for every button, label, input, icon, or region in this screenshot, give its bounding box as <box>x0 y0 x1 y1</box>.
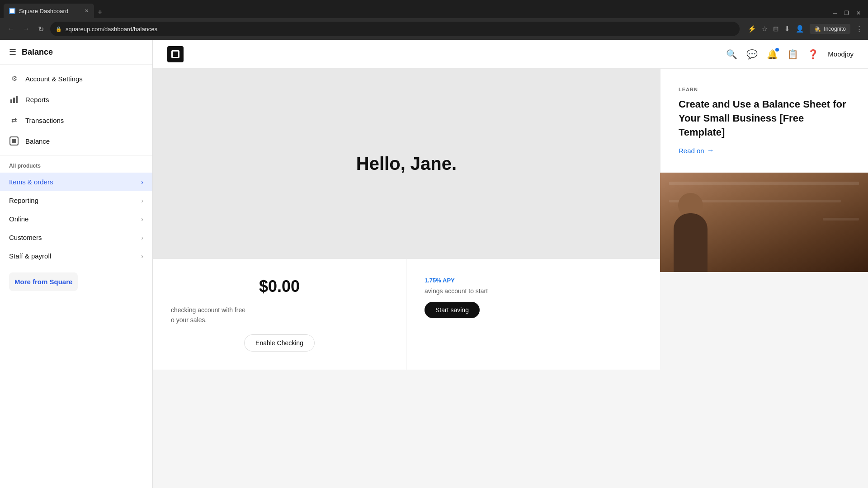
sidebar-item-account-settings[interactable]: ⚙ Account & Settings <box>0 68 152 89</box>
product-item-label: Online <box>9 215 28 223</box>
sidebar-item-transactions[interactable]: ⇄ Transactions <box>0 110 152 131</box>
sidebar-nav: ⚙ Account & Settings Reports ⇄ Transacti… <box>0 65 152 155</box>
sidebar-item-staff-payroll[interactable]: Staff & payroll › <box>0 247 152 265</box>
menu-icon[interactable]: ⋮ <box>856 25 863 33</box>
download-icon[interactable]: ⬇ <box>784 25 790 33</box>
top-nav: 🔍 💬 🔔 📋 ❓ Moodjoy <box>153 40 868 69</box>
svg-rect-0 <box>10 9 14 13</box>
chevron-right-icon: › <box>141 253 143 260</box>
hero-section: Hello, Jane. <box>153 69 660 258</box>
sidebar-item-label: Account & Settings <box>25 75 83 83</box>
help-icon[interactable]: ❓ <box>807 49 819 60</box>
read-on-link[interactable]: Read on → <box>679 146 850 155</box>
tab-close-button[interactable]: ✕ <box>85 8 89 14</box>
svg-rect-3 <box>16 96 18 103</box>
restore-button[interactable]: ❐ <box>844 10 849 16</box>
profile-icon[interactable]: 👤 <box>796 25 804 33</box>
balance-icon <box>9 136 19 146</box>
clipboard-icon[interactable]: 📋 <box>787 49 798 60</box>
main-content: Hello, Jane. $0.00 checking account with… <box>153 69 660 488</box>
all-products-label: All products <box>0 155 152 173</box>
sidebar-title: Balance <box>22 47 53 57</box>
app-layout: ☰ Balance ⚙ Account & Settings Reports <box>0 40 868 488</box>
chevron-right-icon: › <box>141 216 143 223</box>
sidebar-item-online[interactable]: Online › <box>0 210 152 228</box>
svg-rect-1 <box>10 99 12 103</box>
product-item-label: Items & orders <box>9 178 53 186</box>
learn-card: LEARN Create and Use a Balance Sheet for… <box>660 69 868 173</box>
transactions-icon: ⇄ <box>9 115 19 125</box>
incognito-icon: 🕵 <box>814 26 821 32</box>
chevron-right-icon: › <box>141 234 143 241</box>
product-item-label: Reporting <box>9 197 38 204</box>
toolbar-icons: ⚡ ☆ ⊟ ⬇ 👤 🕵 Incognito ⋮ <box>748 24 863 34</box>
main-body: Hello, Jane. $0.00 checking account with… <box>153 69 868 488</box>
back-button[interactable]: ← <box>5 23 16 35</box>
notification-dot <box>775 48 779 52</box>
sidebar-item-label: Reports <box>25 96 49 103</box>
video-thumbnail[interactable] <box>660 173 868 272</box>
incognito-label: Incognito <box>824 26 846 32</box>
chevron-right-icon: › <box>141 197 143 204</box>
sidebar-item-customers[interactable]: Customers › <box>0 228 152 247</box>
sidebar-item-items-orders[interactable]: Items & orders › <box>0 173 152 191</box>
sidebar-item-label: Transactions <box>25 117 64 124</box>
chevron-right-icon: › <box>141 178 143 186</box>
savings-section: 1.75% APY avings account to start Start … <box>406 258 660 370</box>
product-item-label: Customers <box>9 234 42 241</box>
svg-rect-5 <box>12 139 16 143</box>
reload-button[interactable]: ↻ <box>36 23 46 35</box>
address-bar[interactable]: 🔒 squareup.com/dashboard/balances <box>50 22 740 36</box>
tab-title: Square Dashboard <box>19 8 68 14</box>
square-logo-icon <box>167 46 184 62</box>
main-area: 🔍 💬 🔔 📋 ❓ Moodjoy Hello, Jane. <box>153 40 868 488</box>
gear-icon: ⚙ <box>9 74 19 84</box>
start-saving-button[interactable]: Start saving <box>425 302 480 318</box>
greeting-text: Hello, Jane. <box>356 154 457 174</box>
window-controls: ─ ❐ ✕ <box>833 10 864 18</box>
chat-icon[interactable]: 💬 <box>746 49 758 60</box>
more-from-square-button[interactable]: More from Square <box>9 272 78 291</box>
sidebar-toggle-icon[interactable]: ⊟ <box>773 25 779 33</box>
sidebar-item-balance[interactable]: Balance <box>0 131 152 151</box>
sidebar-item-reports[interactable]: Reports <box>0 89 152 110</box>
balance-desc-text2: o your sales. <box>171 316 207 324</box>
balance-desc-text: checking account with free <box>171 306 245 314</box>
sidebar-header: ☰ Balance <box>0 40 152 65</box>
top-nav-icons: 🔍 💬 🔔 📋 ❓ Moodjoy <box>726 49 854 60</box>
url-text: squareup.com/dashboard/balances <box>66 26 157 33</box>
savings-description: avings account to start <box>425 287 642 295</box>
balance-section: $0.00 checking account with free o your … <box>153 258 406 370</box>
bar-chart-icon <box>9 94 19 104</box>
forward-button[interactable]: → <box>21 23 32 35</box>
bookmark-star-icon[interactable]: ☆ <box>762 25 768 33</box>
tab-favicon <box>9 8 15 14</box>
notification-icon[interactable]: 🔔 <box>767 49 778 60</box>
minimize-button[interactable]: ─ <box>833 10 837 16</box>
sidebar: ☰ Balance ⚙ Account & Settings Reports <box>0 40 153 488</box>
extension-icon[interactable]: ⚡ <box>748 25 756 33</box>
apy-badge: 1.75% APY <box>425 277 642 284</box>
square-logo[interactable] <box>167 46 184 62</box>
learn-label: LEARN <box>679 87 850 92</box>
lock-icon: 🔒 <box>56 26 62 32</box>
sidebar-item-reporting[interactable]: Reporting › <box>0 191 152 210</box>
balance-description: checking account with free o your sales. <box>171 305 388 325</box>
user-name[interactable]: Moodjoy <box>828 50 854 58</box>
right-panel: LEARN Create and Use a Balance Sheet for… <box>660 69 868 488</box>
product-item-label: Staff & payroll <box>9 252 51 260</box>
active-tab[interactable]: Square Dashboard ✕ <box>4 4 94 18</box>
content-area: $0.00 checking account with free o your … <box>153 258 660 370</box>
sidebar-item-label: Balance <box>25 137 50 145</box>
browser-toolbar: ← → ↻ 🔒 squareup.com/dashboard/balances … <box>0 18 868 40</box>
new-tab-button[interactable]: + <box>94 8 106 17</box>
browser-tabs: Square Dashboard ✕ + ─ ❐ ✕ <box>0 0 868 18</box>
enable-checking-button[interactable]: Enable Checking <box>244 334 315 352</box>
hamburger-icon[interactable]: ☰ <box>9 47 16 57</box>
incognito-button[interactable]: 🕵 Incognito <box>810 24 850 34</box>
search-icon[interactable]: 🔍 <box>726 49 737 60</box>
close-button[interactable]: ✕ <box>856 10 861 16</box>
learn-title: Create and Use a Balance Sheet for Your … <box>679 98 850 139</box>
read-on-text: Read on <box>679 147 704 155</box>
square-logo-inner <box>171 50 179 58</box>
